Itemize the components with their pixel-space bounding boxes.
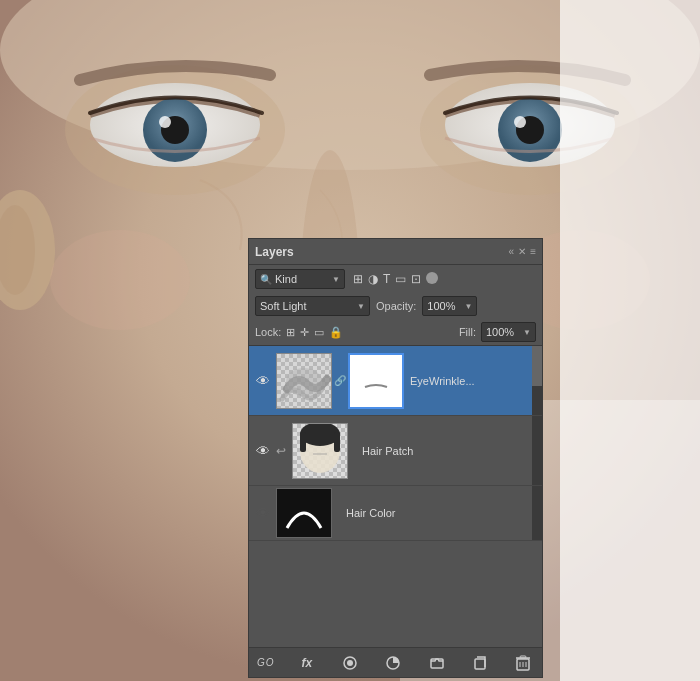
svg-point-24 [286, 368, 322, 396]
opacity-arrow-icon: ▼ [464, 302, 472, 311]
blend-arrow-icon: ▼ [357, 302, 365, 311]
link-icon: 🔗 [335, 375, 345, 386]
opacity-value-text: 100% [427, 300, 462, 312]
bottom-toolbar: GO fx [249, 647, 542, 677]
type-filter-icon[interactable]: T [383, 272, 390, 286]
svg-rect-25 [350, 355, 402, 407]
lock-fill-toolbar: Lock: ⊞ ✛ ▭ 🔒 Fill: 100% ▼ [249, 319, 542, 346]
adjustment-button[interactable] [382, 652, 404, 674]
fx-button[interactable]: fx [296, 652, 318, 674]
lock-position-icon[interactable]: ✛ [300, 326, 309, 339]
fill-arrow-icon: ▼ [523, 328, 531, 337]
panel-controls: « ✕ ≡ [509, 246, 536, 257]
svg-point-15 [50, 230, 190, 330]
svg-point-12 [514, 116, 526, 128]
kind-dropdown-label: Kind [275, 273, 330, 285]
add-mask-button[interactable] [339, 652, 361, 674]
color-filter-icon[interactable] [426, 272, 438, 287]
layer-arrow-icon: ↩ [273, 444, 289, 458]
adjustment-filter-icon[interactable]: ◑ [368, 272, 378, 286]
layers-list: 👁 🔗 [249, 346, 542, 647]
blend-mode-dropdown[interactable]: Soft Light ▼ [255, 296, 370, 316]
opacity-input[interactable]: 100% ▼ [422, 296, 477, 316]
lock-pixels-icon[interactable]: ⊞ [286, 326, 295, 339]
layer-thumbnail [276, 488, 332, 538]
blend-mode-label: Soft Light [260, 300, 355, 312]
layer-visibility-toggle[interactable]: 👁 [253, 373, 273, 389]
svg-rect-35 [334, 432, 340, 452]
scrollbar-track [532, 416, 542, 485]
smart-filter-icon[interactable]: ⊡ [411, 272, 421, 286]
layer-item[interactable]: 👁 🔗 [249, 346, 542, 416]
panel-title: Layers [255, 245, 294, 259]
layer-visibility-toggle[interactable]: 👁 [253, 443, 273, 459]
layer-thumbnail [292, 423, 348, 479]
layer-thumbnail [276, 353, 332, 409]
opacity-label: Opacity: [376, 300, 416, 312]
layer-mask [348, 353, 404, 409]
layer-name: Hair Patch [362, 445, 538, 457]
lock-label: Lock: [255, 326, 281, 338]
svg-point-39 [347, 660, 353, 666]
layer-visibility-toggle[interactable]: 👁 [253, 505, 273, 521]
svg-rect-34 [300, 432, 306, 452]
kind-search[interactable]: 🔍 Kind ▼ [255, 269, 345, 289]
layer-item[interactable]: 👁 ↩ [249, 416, 542, 486]
lock-artboard-icon[interactable]: ▭ [314, 326, 324, 339]
fill-input[interactable]: 100% ▼ [481, 322, 536, 342]
layer-name: EyeWrinkle... [410, 375, 538, 387]
search-icon: 🔍 [260, 274, 272, 285]
layers-panel: Layers « ✕ ≡ 🔍 Kind ▼ ⊞ ◑ T ▭ ⊡ [248, 238, 543, 678]
blend-opacity-toolbar: Soft Light ▼ Opacity: 100% ▼ [249, 293, 542, 319]
group-layers-button[interactable] [426, 652, 448, 674]
panel-header: Layers « ✕ ≡ [249, 239, 542, 265]
new-layer-button[interactable] [469, 652, 491, 674]
pixel-filter-icon[interactable]: ⊞ [353, 272, 363, 286]
svg-rect-42 [475, 659, 485, 669]
kind-arrow-icon: ▼ [332, 275, 340, 284]
layer-info: Hair Color [343, 507, 538, 519]
layer-item[interactable]: 👁 Hair Color [249, 486, 542, 541]
lock-all-icon[interactable]: 🔒 [329, 326, 343, 339]
link-layers-btn[interactable]: GO [257, 657, 275, 668]
shape-filter-icon[interactable]: ▭ [395, 272, 406, 286]
layer-info: Hair Patch [359, 445, 538, 457]
delete-layer-button[interactable] [512, 652, 534, 674]
layer-name: Hair Color [346, 507, 538, 519]
svg-point-7 [159, 116, 171, 128]
scrollbar-thumb[interactable] [532, 346, 542, 386]
filter-toolbar: 🔍 Kind ▼ ⊞ ◑ T ▭ ⊡ [249, 265, 542, 293]
svg-rect-45 [520, 656, 526, 658]
fill-label: Fill: [459, 326, 476, 338]
fill-value-text: 100% [486, 326, 521, 338]
layer-info: EyeWrinkle... [407, 375, 538, 387]
panel-close-icon[interactable]: ✕ [518, 246, 526, 257]
filter-icons: ⊞ ◑ T ▭ ⊡ [353, 272, 438, 287]
panel-collapse-icon[interactable]: « [509, 246, 515, 257]
scrollbar-track [532, 346, 542, 415]
panel-menu-icon[interactable]: ≡ [530, 246, 536, 257]
scrollbar-track [532, 486, 542, 540]
